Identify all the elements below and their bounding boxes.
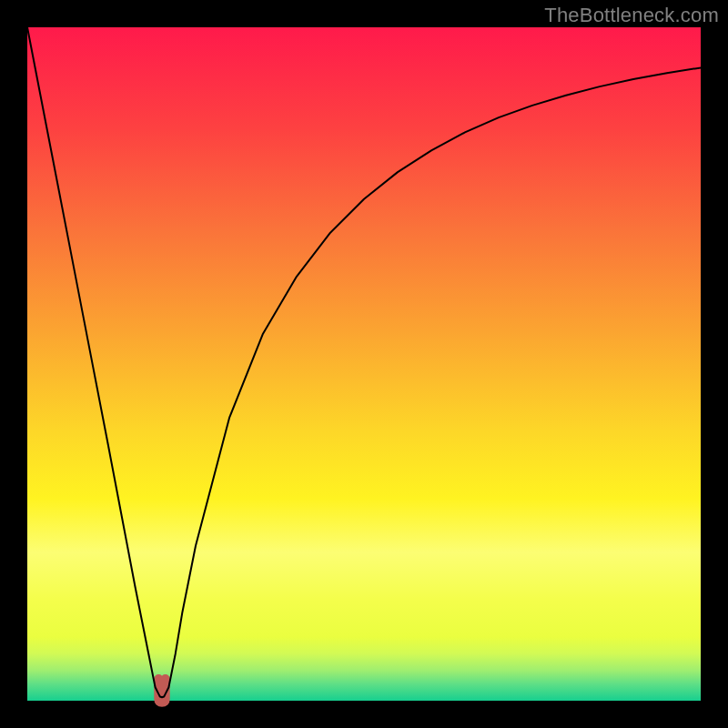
watermark-text: TheBottleneck.com xyxy=(544,4,719,27)
plot-background xyxy=(27,27,701,701)
highlighted-cluster xyxy=(158,679,165,703)
chart-container: TheBottleneck.com xyxy=(0,0,728,728)
chart-svg xyxy=(0,0,728,728)
